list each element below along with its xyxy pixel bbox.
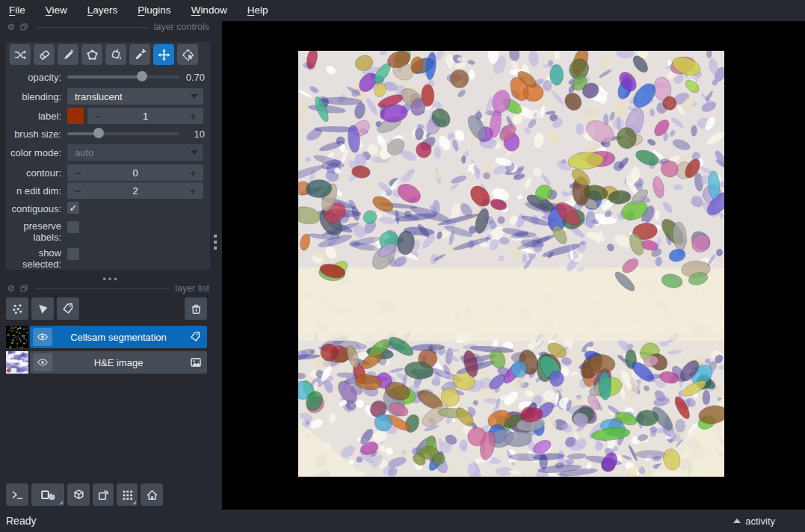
opacity-slider-handle[interactable] [137,71,147,81]
paintbrush-tool-button[interactable] [58,44,78,65]
color-mode-value: auto [75,147,93,158]
shapes-icon [37,303,49,315]
color-mode-dropdown[interactable]: auto [67,144,203,161]
contour-spinbox[interactable]: − 0 + [67,164,203,181]
status-text: Ready [6,515,36,527]
increment-button[interactable]: + [182,167,203,179]
new-labels-layer-button[interactable] [57,297,79,320]
transform-tool-button[interactable] [177,44,198,65]
chevron-down-icon [191,94,198,99]
brush-size-slider-handle[interactable] [93,128,104,138]
show-selected-label: show selected: [0,247,61,270]
polygon-tool-button[interactable] [81,44,102,65]
n-edit-dim-value: 2 [88,185,182,197]
console-button[interactable] [6,483,28,506]
viewer-canvas[interactable] [222,21,805,510]
blending-dropdown[interactable]: translucent [67,88,203,105]
dock-splitter-handle[interactable] [214,235,217,250]
show-selected-checkbox[interactable] [67,248,79,260]
n-edit-dim-spinbox[interactable]: − 2 + [67,182,203,199]
n-edit-dim-label: n edit dim: [0,185,61,197]
contiguous-label: contiguous: [0,203,61,214]
roll-dimensions-button[interactable] [67,483,90,506]
transpose-dimensions-button[interactable] [93,483,114,506]
contour-label: contour: [0,167,61,179]
opacity-label: opacity: [0,72,61,83]
chevron-up-icon [733,519,741,523]
blending-label: blending: [0,91,61,102]
decrement-button[interactable]: − [67,185,88,197]
shuffle-colors-icon [14,49,27,61]
grid-mode-button[interactable] [117,483,138,506]
viewer-toolbar [6,483,163,506]
layer-row-he-image[interactable]: H&E image [0,351,222,374]
header-divider [35,288,169,289]
layer-name: Cellsam segmentation [52,326,185,348]
transpose-dimensions-icon [97,489,110,501]
histology-image[interactable] [298,51,724,477]
float-panel-icon[interactable] [20,285,28,292]
home-button[interactable] [141,483,163,506]
brush-size-slider[interactable] [67,128,179,138]
increment-button[interactable]: + [182,110,203,123]
layer-controls-header: layer controls [7,21,209,33]
opacity-slider[interactable] [67,71,179,81]
paintbrush-icon [62,49,75,61]
home-icon [146,489,158,501]
contiguous-checkbox[interactable]: ✓ [67,202,79,214]
toggle-ndisplay-button[interactable] [31,483,64,506]
pan-zoom-tool-button[interactable] [153,44,174,65]
label-value: 1 [108,111,182,122]
decrement-button[interactable]: − [87,110,108,123]
eraser-tool-button[interactable] [34,44,55,65]
status-bar: Ready activity [0,510,805,532]
preserve-labels-label: preserve labels: [0,220,61,243]
layer-visibility-button[interactable] [33,353,52,371]
color-picker-tool-button[interactable] [129,44,150,65]
layer-list-header: layer list [7,282,209,294]
fill-bucket-tool-button[interactable] [105,44,126,65]
napari-window: FileViewLayersPluginsWindowHelp layer co… [0,0,805,532]
brush-size-label: brush size: [0,129,61,140]
layer-thumbnail [6,351,28,374]
decrement-button[interactable]: − [67,167,88,179]
new-points-layer-button[interactable] [6,297,28,320]
labels-tag-icon [190,331,202,343]
menu-item-window[interactable]: Window [191,4,227,16]
increment-button[interactable]: + [182,185,203,197]
image-icon [190,356,202,368]
float-panel-icon[interactable] [20,23,28,31]
label-label: label: [0,111,61,122]
hide-panel-icon[interactable] [7,23,15,31]
trash-icon [190,303,203,315]
activity-button[interactable]: activity [733,516,775,527]
labels-tool-row [10,44,198,65]
preserve-labels-checkbox[interactable] [67,221,79,233]
layer-controls-title: layer controls [154,22,209,32]
toggle-ndisplay-icon [40,489,55,501]
menu-item-layers[interactable]: Layers [87,4,118,16]
menu-item-plugins[interactable]: Plugins [138,4,170,16]
activity-label: activity [745,516,775,527]
menu-item-view[interactable]: View [46,4,67,16]
layer-visibility-button[interactable] [33,328,52,346]
opacity-value: 0.70 [181,72,205,83]
shuffle-colors-tool-button[interactable] [10,44,31,65]
menu-item-help[interactable]: Help [247,4,268,16]
menu-bar: FileViewLayersPluginsWindowHelp [0,0,805,19]
fill-bucket-icon [110,49,123,61]
layer-row-cellsam-segmentation[interactable]: Cellsam segmentation [0,326,222,348]
blending-value: translucent [75,91,123,102]
eye-icon [37,331,49,343]
hide-panel-icon[interactable] [7,285,15,292]
label-spinbox[interactable]: − 1 + [87,108,203,124]
grid-mode-icon [121,489,134,501]
label-color-swatch[interactable] [67,108,84,124]
menu-item-file[interactable]: File [9,4,25,16]
delete-layer-button[interactable] [185,297,207,320]
new-shapes-layer-button[interactable] [31,297,54,320]
eraser-icon [38,49,51,61]
points-icon [11,303,24,315]
console-icon [11,489,24,501]
labels-tag-icon [62,303,75,315]
